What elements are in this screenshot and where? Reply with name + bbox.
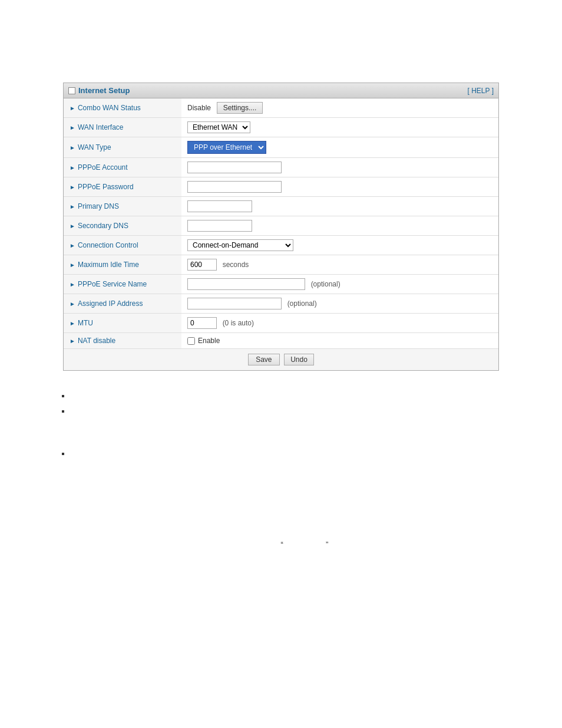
pppoe-service-optional-label: (optional) [311, 280, 340, 288]
arrow-icon: ► [70, 105, 75, 111]
label-combo-wan-status: ► Combo WAN Status [64, 98, 181, 118]
label-maximum-idle-time: ► Maximum Idle Time [64, 255, 181, 275]
quotes-text: “ ” [59, 537, 550, 552]
save-button[interactable]: Save [248, 354, 279, 365]
mtu-input[interactable] [187, 317, 217, 329]
disable-label: Disable [187, 104, 211, 112]
arrow-icon: ► [70, 301, 75, 307]
assigned-ip-address-input[interactable] [187, 298, 282, 309]
label-assigned-ip-address: ► Assigned IP Address [64, 294, 181, 314]
label-pppoe-service-name: ► PPPoE Service Name [64, 275, 181, 294]
arrow-icon: ► [70, 281, 75, 288]
list-item [71, 404, 550, 419]
panel-header: Internet Setup [ HELP ] [64, 83, 498, 98]
value-assigned-ip-address: (optional) [181, 294, 498, 314]
spacer-paragraph [59, 425, 550, 440]
primary-dns-input[interactable] [187, 200, 252, 212]
row-nat-disable: ► NAT disable Enable [64, 333, 498, 349]
bullet-list-1 [59, 388, 550, 419]
row-pppoe-account: ► PPPoE Account [64, 158, 498, 177]
nat-enable-checkbox[interactable] [187, 337, 195, 345]
value-pppoe-service-name: (optional) [181, 275, 498, 294]
list-item [71, 446, 550, 462]
row-pppoe-password: ► PPPoE Password [64, 177, 498, 197]
nat-enable-label: Enable [187, 337, 492, 345]
value-maximum-idle-time: seconds [181, 255, 498, 275]
label-primary-dns: ► Primary DNS [64, 197, 181, 216]
value-wan-interface: Ethernet WAN 3G/4G WAN [181, 118, 498, 137]
bullet-section: “ ” [12, 388, 550, 552]
arrow-icon: ► [70, 338, 75, 344]
value-wan-type: PPP over Ethernet Static IP DHCP PPTP L2… [181, 137, 498, 158]
panel-title-text: Internet Setup [78, 86, 130, 95]
spacer-paragraph-4 [59, 510, 550, 525]
label-pppoe-account: ► PPPoE Account [64, 158, 181, 177]
value-pppoe-password [181, 177, 498, 197]
list-item [71, 388, 550, 404]
row-connection-control: ► Connection Control Connect-on-Demand A… [64, 236, 498, 255]
row-pppoe-service-name: ► PPPoE Service Name (optional) [64, 275, 498, 294]
arrow-icon: ► [70, 203, 75, 210]
row-mtu: ► MTU (0 is auto) [64, 314, 498, 333]
pppoe-service-name-input[interactable] [187, 278, 305, 290]
pppoe-account-input[interactable] [187, 162, 282, 173]
arrow-icon: ► [70, 164, 75, 171]
panel-title: Internet Setup [68, 86, 130, 95]
arrow-icon: ► [70, 184, 75, 190]
arrow-icon: ► [70, 223, 75, 229]
assigned-ip-optional-label: (optional) [287, 299, 317, 308]
label-wan-type: ► WAN Type [64, 137, 181, 158]
bullet-list-2 [59, 446, 550, 462]
value-mtu: (0 is auto) [181, 314, 498, 333]
maximum-idle-time-input[interactable] [187, 259, 217, 271]
arrow-icon: ► [70, 242, 75, 249]
row-wan-interface: ► WAN Interface Ethernet WAN 3G/4G WAN [64, 118, 498, 137]
label-pppoe-password: ► PPPoE Password [64, 177, 181, 197]
form-table: ► Combo WAN Status Disable Settings.... … [64, 98, 498, 370]
arrow-icon: ► [70, 144, 75, 151]
label-secondary-dns: ► Secondary DNS [64, 216, 181, 236]
pppoe-password-input[interactable] [187, 181, 282, 193]
value-nat-disable: Enable [181, 333, 498, 349]
spacer-paragraph-2 [59, 467, 550, 483]
arrow-icon: ► [70, 262, 75, 268]
footer-row: Save Undo [64, 349, 498, 371]
value-pppoe-account [181, 158, 498, 177]
row-wan-type: ► WAN Type PPP over Ethernet Static IP D… [64, 137, 498, 158]
label-wan-interface: ► WAN Interface [64, 118, 181, 137]
wan-interface-select[interactable]: Ethernet WAN 3G/4G WAN [187, 121, 250, 133]
row-combo-wan-status: ► Combo WAN Status Disable Settings.... [64, 98, 498, 118]
page-wrapper: Internet Setup [ HELP ] ► Combo WAN Stat… [0, 0, 562, 564]
connection-control-select[interactable]: Connect-on-Demand Always on Manual [187, 239, 293, 251]
panel-title-icon [68, 87, 75, 94]
secondary-dns-input[interactable] [187, 220, 252, 232]
arrow-icon: ► [70, 320, 75, 327]
row-secondary-dns: ► Secondary DNS [64, 216, 498, 236]
footer-cell: Save Undo [64, 349, 498, 371]
value-secondary-dns [181, 216, 498, 236]
seconds-label: seconds [223, 261, 249, 269]
label-connection-control: ► Connection Control [64, 236, 181, 255]
label-nat-disable: ► NAT disable [64, 333, 181, 349]
row-primary-dns: ► Primary DNS [64, 197, 498, 216]
value-primary-dns [181, 197, 498, 216]
value-combo-wan-status: Disable Settings.... [181, 98, 498, 118]
row-maximum-idle-time: ► Maximum Idle Time seconds [64, 255, 498, 275]
label-mtu: ► MTU [64, 314, 181, 333]
spacer-paragraph-3 [59, 489, 550, 504]
help-link[interactable]: [ HELP ] [468, 87, 494, 95]
row-assigned-ip-address: ► Assigned IP Address (optional) [64, 294, 498, 314]
internet-setup-panel: Internet Setup [ HELP ] ► Combo WAN Stat… [63, 83, 499, 371]
undo-button[interactable]: Undo [284, 354, 314, 365]
wan-type-select[interactable]: PPP over Ethernet Static IP DHCP PPTP L2… [187, 141, 266, 154]
value-connection-control: Connect-on-Demand Always on Manual [181, 236, 498, 255]
arrow-icon: ► [70, 124, 75, 131]
mtu-note: (0 is auto) [223, 319, 254, 327]
settings-button[interactable]: Settings.... [217, 102, 263, 114]
